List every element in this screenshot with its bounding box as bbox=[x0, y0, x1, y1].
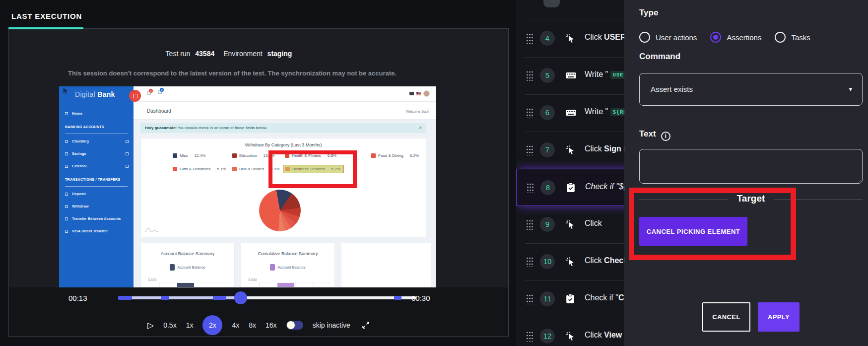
last-execution-panel: Test run 43584 Environment staging This … bbox=[8, 28, 509, 337]
steps-scroll-indicator[interactable] bbox=[543, 0, 560, 7]
bank-nav-item: Withdraw bbox=[59, 200, 134, 212]
messages-count-badge: 0 bbox=[160, 88, 164, 92]
divider bbox=[65, 134, 128, 134]
speed-button-0.5x[interactable]: 0.5x bbox=[163, 321, 176, 329]
radio-icon[interactable] bbox=[639, 32, 650, 43]
card-plot bbox=[159, 282, 229, 287]
legend-swatch bbox=[173, 167, 177, 171]
video-player-bar: 00:13 00:30 ▷ 0.5x1x2x4x8x16x skip inact… bbox=[9, 287, 508, 336]
speed-button-16x[interactable]: 16x bbox=[266, 321, 277, 329]
step-row-4[interactable]: 4Click USERN bbox=[516, 20, 624, 57]
speed-button-1x[interactable]: 1x bbox=[186, 321, 194, 329]
bank-sidebar: Digital Bank HomeBANKING ACCOUNTSCheckin… bbox=[59, 86, 134, 316]
info-icon[interactable]: i bbox=[661, 132, 670, 141]
test-run-line: Test run 43584 Environment staging bbox=[9, 50, 456, 58]
variable-badge: USEI bbox=[610, 71, 624, 79]
bank-nav-item: Transfer Between Accounts bbox=[59, 212, 134, 225]
bank-nav-item: Checking bbox=[59, 135, 134, 147]
type-section-label: Type bbox=[639, 8, 658, 18]
fullscreen-icon[interactable] bbox=[362, 321, 370, 329]
bank-nav-section-header: TRANSACTIONS / TRANSFERS bbox=[59, 172, 134, 184]
type-radio-user-actions[interactable]: User actions bbox=[639, 32, 697, 43]
radio-icon[interactable] bbox=[775, 32, 786, 43]
flag-icon-dark bbox=[409, 92, 414, 95]
cursor-click-icon bbox=[566, 257, 576, 267]
legend-label: Food & Dining bbox=[378, 153, 403, 158]
step-number: 11 bbox=[540, 291, 555, 306]
bank-welcome-text: Welcome Josh bbox=[406, 110, 429, 113]
drag-handle-icon[interactable] bbox=[526, 331, 533, 342]
step-row-7[interactable]: 7Click Sign in bbox=[516, 132, 624, 169]
legend-label: Misc bbox=[180, 153, 188, 158]
seek-playhead[interactable] bbox=[234, 291, 247, 304]
bank-alert-banner: × Holy guacamole! You should check in on… bbox=[140, 123, 426, 133]
skip-inactive-toggle[interactable] bbox=[286, 321, 303, 330]
player-total-time: 00:30 bbox=[411, 294, 430, 302]
cursor-click-icon bbox=[566, 145, 576, 155]
step-row-10[interactable]: 10Click Check bbox=[516, 243, 624, 280]
type-radio-tasks[interactable]: Tasks bbox=[775, 32, 810, 43]
step-number: 6 bbox=[540, 105, 555, 120]
step-number: 5 bbox=[540, 68, 555, 83]
speed-button-8x[interactable]: 8x bbox=[249, 321, 256, 329]
step-number: 9 bbox=[540, 217, 555, 232]
seek-marker bbox=[213, 296, 226, 300]
legend-value: 5.1% bbox=[217, 167, 226, 171]
bank-nav-item: External bbox=[59, 160, 134, 172]
chart-legend-item: Food & Dining6.2% bbox=[371, 153, 419, 158]
command-select[interactable]: Assert exists ▾ bbox=[639, 73, 863, 106]
step-number: 4 bbox=[540, 31, 555, 46]
toggle-knob bbox=[287, 321, 295, 329]
assertion-text-input[interactable] bbox=[639, 149, 863, 184]
command-selected-value: Assert exists bbox=[651, 85, 693, 93]
bank-summary-card bbox=[341, 243, 431, 287]
seek-marker bbox=[118, 296, 132, 300]
execution-video-frame[interactable]: Digital Bank HomeBANKING ACCOUNTSCheckin… bbox=[59, 86, 436, 316]
bank-nav-section-header: BANKING ACCOUNTS bbox=[59, 120, 134, 132]
step-row-5[interactable]: 5Write " USEI bbox=[516, 57, 624, 94]
step-row-11[interactable]: 11Check if "Ch bbox=[516, 280, 624, 318]
bank-messages-icon: 0 bbox=[158, 90, 162, 94]
drag-handle-icon[interactable] bbox=[526, 33, 533, 44]
bank-nav-item: VISA Direct Transfer bbox=[59, 225, 134, 237]
speed-button-4x[interactable]: 4x bbox=[232, 321, 239, 329]
speed-buttons: 0.5x1x2x4x8x16x bbox=[163, 315, 276, 335]
bank-topbar: 2 0 bbox=[134, 86, 436, 102]
drag-handle-icon[interactable] bbox=[526, 145, 533, 155]
step-row-12[interactable]: 12Click View C bbox=[516, 318, 624, 346]
step-row-9[interactable]: 9Click bbox=[516, 206, 624, 243]
cancel-button[interactable]: CANCEL bbox=[702, 302, 750, 332]
test-run-value: 43584 bbox=[195, 50, 214, 58]
drag-handle-icon[interactable] bbox=[526, 70, 533, 81]
step-description: Check if "${L bbox=[585, 182, 624, 191]
legend-label: Education bbox=[239, 153, 257, 158]
sparkline-icon bbox=[144, 226, 158, 233]
player-seek-bar[interactable] bbox=[118, 296, 416, 299]
radio-icon[interactable] bbox=[710, 32, 721, 43]
withdraw-chart-title: Withdraw By Category (Last 3 Months) bbox=[141, 142, 426, 147]
step-row-6[interactable]: 6Write " ${RE bbox=[516, 94, 624, 132]
type-radio-assertions[interactable]: Assertions bbox=[710, 32, 761, 43]
drag-handle-icon[interactable] bbox=[526, 108, 533, 118]
apply-button[interactable]: APPLY bbox=[758, 302, 800, 332]
drag-handle-icon[interactable] bbox=[526, 219, 533, 230]
skip-inactive-label: skip inactive bbox=[313, 321, 350, 329]
step-row-8[interactable]: 8Check if "${L bbox=[516, 169, 624, 206]
drag-handle-icon[interactable] bbox=[527, 183, 534, 193]
speed-button-2x[interactable]: 2x bbox=[202, 315, 222, 335]
tab-last-execution[interactable]: LAST EXECUTION bbox=[11, 12, 82, 20]
radio-label: User actions bbox=[656, 33, 697, 42]
card-legend: Account Balance bbox=[141, 264, 234, 271]
drag-handle-icon[interactable] bbox=[526, 294, 533, 304]
play-icon[interactable]: ▷ bbox=[147, 320, 154, 331]
step-number: 8 bbox=[540, 180, 555, 195]
chart-legend-item: Misc12.4% bbox=[173, 153, 205, 158]
picker-highlight-overlay-legend bbox=[268, 150, 357, 188]
radio-label: Tasks bbox=[791, 33, 810, 42]
drag-handle-icon[interactable] bbox=[526, 257, 533, 267]
bank-nav-item: Savings bbox=[59, 147, 134, 160]
player-controls: ▷ 0.5x1x2x4x8x16x skip inactive bbox=[9, 315, 508, 335]
cursor-click-icon bbox=[566, 331, 576, 341]
step-number: 7 bbox=[540, 142, 555, 157]
avatar bbox=[423, 90, 430, 97]
